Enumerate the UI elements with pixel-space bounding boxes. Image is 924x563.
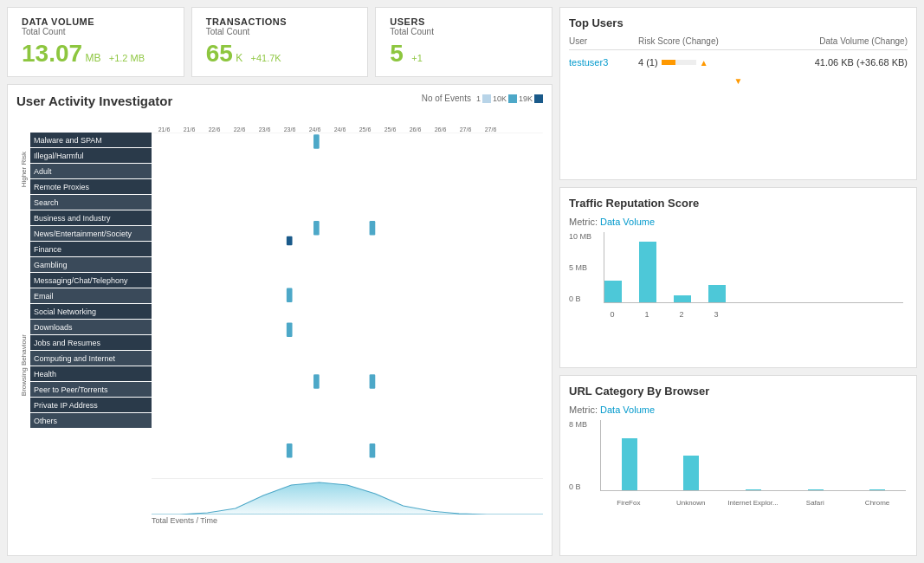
svg-rect-2: [313, 221, 320, 235]
bar-0-fill: [604, 281, 622, 302]
browser-safari: [787, 489, 844, 490]
users-title: USERS: [390, 16, 538, 27]
date-23-2: 23/6: [277, 126, 302, 133]
x-chrome: Chrome: [849, 499, 906, 507]
category-gambling: Gambling: [30, 257, 152, 272]
data-volume-card: DATA VOLUME Total Count 13.07 MB +1.2 MB: [7, 7, 184, 77]
right-panel: Top Users User Risk Score (Change) Data …: [559, 7, 917, 556]
transactions-change: +41.7K: [251, 53, 281, 63]
categories-column: Malware and SPAM Illegal/Harmful Adult R…: [30, 133, 152, 525]
browser-firefox: [601, 438, 658, 490]
bar-1: [639, 242, 656, 302]
activity-chart-svg: [152, 133, 543, 478]
browsing-behaviour-label: Browsing Behaviour: [20, 334, 28, 396]
date-24-1: 24/6: [302, 126, 327, 133]
traffic-rep-title: Traffic Reputation Score: [569, 197, 908, 210]
traffic-metric-label: Metric: Data Volume: [569, 217, 908, 227]
date-22-1: 22/6: [202, 126, 227, 133]
url-y-8mb: 8 MB: [569, 420, 597, 429]
risk-score-cell: 4 (1) ▲: [638, 57, 751, 68]
category-malware: Malware and SPAM: [30, 133, 152, 147]
svg-rect-6: [287, 322, 293, 336]
x-label-1: 1: [638, 310, 656, 319]
safari-bar: [808, 489, 824, 490]
th-risk: Risk Score (Change): [638, 36, 751, 46]
total-events-svg: [152, 478, 543, 514]
svg-rect-5: [287, 288, 293, 302]
data-volume-change: +1.2 MB: [109, 53, 145, 63]
users-change: +1: [411, 53, 423, 63]
svg-rect-9: [287, 443, 293, 457]
date-26-2: 26/6: [428, 126, 453, 133]
risk-bar: [662, 60, 696, 65]
bar-2: [674, 295, 691, 302]
legend-19k-label: 19K: [519, 94, 533, 103]
more-arrow: ▼: [734, 76, 743, 86]
category-jobs: Jobs and Resumes: [30, 335, 152, 350]
date-labels-row: 21/6 21/6 22/6 22/6 23/6 23/6 24/6 24/6 …: [152, 115, 543, 133]
legend-1-box: [482, 94, 491, 103]
date-27-1: 27/6: [453, 126, 478, 133]
date-23-1: 23/6: [252, 126, 277, 133]
th-data-volume: Data Volume (Change): [751, 36, 908, 46]
url-metric-value: Data Volume: [600, 404, 655, 415]
transactions-card: TRANSACTIONS Total Count 65 K +41.7K: [191, 7, 369, 77]
risk-score-value: 4 (1): [638, 57, 658, 68]
top-users-panel: Top Users User Risk Score (Change) Data …: [559, 7, 917, 180]
category-finance: Finance: [30, 242, 152, 256]
legend-19k-box: [534, 94, 543, 103]
date-27-2: 27/6: [478, 126, 503, 133]
x-label-0: 0: [604, 310, 621, 319]
higher-risk-label: Higher Risk: [20, 152, 28, 187]
category-others: Others: [30, 413, 152, 428]
category-p2p: Peer to Peer/Torrents: [30, 382, 152, 397]
date-24-2: 24/6: [327, 126, 352, 133]
y-0b: 0 B: [569, 294, 599, 303]
svg-rect-7: [313, 374, 320, 388]
date-22-2: 22/6: [227, 126, 252, 133]
category-business: Business and Industry: [30, 210, 152, 225]
top-users-header: User Risk Score (Change) Data Volume (Ch…: [569, 36, 908, 50]
bar-2-fill: [674, 295, 691, 302]
ie-bar: [746, 489, 761, 490]
browser-unknown: [663, 456, 720, 490]
url-category-title: URL Category By Browser: [569, 385, 908, 398]
url-y-0b: 0 B: [569, 482, 597, 491]
bar-3: [708, 285, 726, 302]
bar-1-fill: [639, 242, 656, 302]
data-volume-unit: MB: [85, 52, 100, 64]
main-container: DATA VOLUME Total Count 13.07 MB +1.2 MB…: [0, 0, 924, 563]
category-illegal: Illegal/Harmful: [30, 148, 152, 163]
svg-rect-10: [370, 443, 376, 457]
firefox-bar: [622, 438, 637, 490]
x-firefox: FireFox: [600, 499, 657, 507]
uai-panel: User Activity Investigator No of Events …: [7, 84, 552, 556]
table-row: testuser3 4 (1) ▲ 41.06 KB (+36.68 KB): [569, 54, 908, 71]
bar-0: [604, 281, 622, 302]
date-21-1: 21/6: [152, 126, 177, 133]
total-events-label: Total Events / Time: [152, 514, 543, 525]
category-downloads: Downloads: [30, 320, 152, 334]
url-category-panel: URL Category By Browser Metric: Data Vol…: [559, 375, 917, 556]
category-news: News/Entertainment/Society: [30, 226, 152, 241]
svg-rect-3: [370, 221, 376, 235]
url-metric-label: Metric: Data Volume: [569, 404, 908, 415]
url-chart: 8 MB 0 B: [569, 420, 908, 507]
user-link[interactable]: testuser3: [569, 57, 638, 68]
risk-arrow: ▲: [700, 58, 708, 68]
uai-title: User Activity Investigator: [16, 94, 172, 108]
left-panel: DATA VOLUME Total Count 13.07 MB +1.2 MB…: [7, 7, 552, 556]
legend-10k-box: [508, 94, 517, 103]
y-5mb: 5 MB: [569, 263, 599, 272]
svg-rect-1: [313, 134, 320, 148]
traffic-reputation-panel: Traffic Reputation Score Metric: Data Vo…: [559, 187, 917, 368]
date-25-2: 25/6: [378, 126, 403, 133]
transactions-unit: K: [236, 52, 242, 64]
category-health: Health: [30, 366, 152, 381]
date-25-1: 25/6: [352, 126, 378, 133]
x-label-2: 2: [673, 310, 690, 319]
x-label-3: 3: [708, 310, 725, 319]
category-search: Search: [30, 195, 152, 210]
users-value: 5: [390, 40, 404, 67]
category-adult: Adult: [30, 164, 152, 178]
